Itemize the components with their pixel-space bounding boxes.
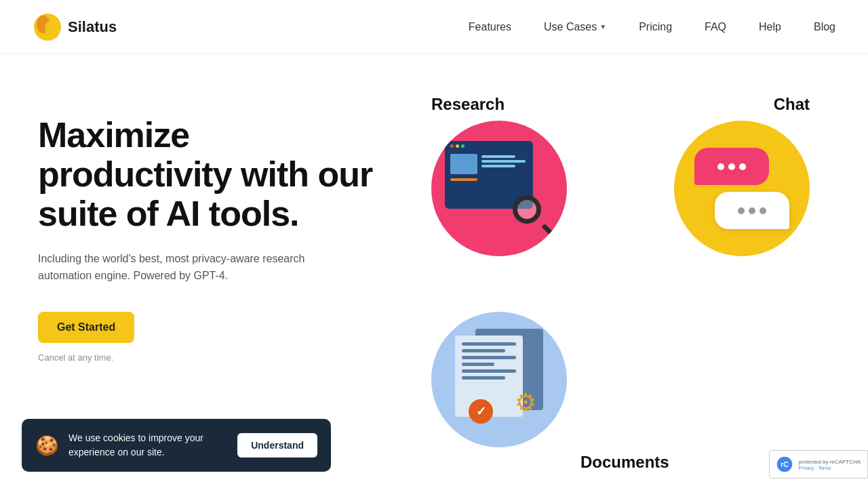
- doc-line-3: [462, 356, 516, 359]
- bubble-dot-gray-2: [749, 207, 755, 214]
- chat-illustration: [674, 121, 810, 256]
- magnifier-handle: [541, 224, 553, 236]
- hero-left: Maximize productivity with our suite of …: [38, 95, 391, 363]
- understand-button[interactable]: Understand: [237, 433, 317, 458]
- chat-bubble-white: [715, 192, 789, 229]
- dot-red: [450, 144, 454, 148]
- cookie-icon: 🍪: [35, 434, 59, 457]
- research-inner: [445, 141, 553, 236]
- doc-line-6: [462, 376, 505, 380]
- documents-section: ⚙ ✓ Documents: [431, 312, 567, 447]
- research-section: Research: [431, 95, 567, 256]
- nav-item-blog[interactable]: Blog: [814, 21, 835, 33]
- browser-line-orange: [450, 178, 477, 181]
- dot-yellow: [456, 144, 459, 148]
- get-started-button[interactable]: Get Started: [38, 312, 134, 343]
- doc-line-1: [462, 342, 516, 346]
- recaptcha-icon: rC: [776, 456, 793, 472]
- hero-right: Research: [391, 95, 830, 488]
- chevron-down-icon: ▼: [599, 23, 606, 30]
- doc-line-2: [462, 349, 505, 352]
- recaptcha-links[interactable]: Privacy - Terms: [798, 466, 861, 470]
- chat-bubbles: [694, 148, 789, 229]
- research-label: Research: [431, 95, 567, 114]
- nav-link-features[interactable]: Features: [469, 21, 511, 33]
- nav-item-faq[interactable]: FAQ: [705, 21, 726, 33]
- browser-line-1: [481, 155, 515, 158]
- bubble-dot-1: [717, 163, 724, 170]
- bubble-dot-gray-3: [760, 207, 766, 214]
- nav-link-use-cases[interactable]: Use Cases ▼: [544, 21, 606, 33]
- browser-dots: [445, 141, 533, 151]
- research-illustration: [431, 121, 567, 256]
- nav-link-faq[interactable]: FAQ: [705, 21, 726, 33]
- doc-line-5: [462, 369, 516, 373]
- logo[interactable]: Silatus: [33, 12, 117, 42]
- browser-line-3: [481, 165, 515, 167]
- navbar: Silatus Features Use Cases ▼ Pricing FAQ…: [0, 0, 868, 54]
- recaptcha-badge: rC protected by reCAPTCHA Privacy - Term…: [769, 450, 868, 479]
- magnifier-icon: [513, 195, 553, 236]
- logo-text: Silatus: [68, 18, 117, 36]
- svg-text:rC: rC: [781, 460, 789, 468]
- documents-label: Documents: [580, 453, 669, 472]
- documents-illustration: ⚙ ✓: [431, 312, 567, 447]
- svg-point-2: [45, 20, 58, 37]
- recaptcha-text: protected by reCAPTCHA Privacy - Terms: [798, 458, 861, 470]
- browser-line-2: [481, 160, 526, 163]
- cancel-note: Cancel at any time.: [38, 352, 113, 363]
- bubble-dot-gray-1: [738, 207, 745, 214]
- nav-item-features[interactable]: Features: [469, 21, 511, 33]
- nav-link-blog[interactable]: Blog: [814, 21, 835, 33]
- doc-line-4: [462, 363, 494, 366]
- checkmark-icon: ✓: [469, 399, 493, 424]
- gear-big-icon: ⚙: [515, 388, 536, 417]
- recaptcha-line1: protected by reCAPTCHA: [798, 458, 861, 466]
- logo-icon: [33, 12, 62, 42]
- chat-label: Chat: [674, 95, 810, 114]
- chat-bubble-pink: [694, 148, 769, 185]
- nav-links: Features Use Cases ▼ Pricing FAQ Help Bl…: [469, 21, 835, 33]
- browser-content: [445, 151, 533, 184]
- nav-item-use-cases[interactable]: Use Cases ▼: [544, 21, 606, 33]
- browser-lines: [481, 154, 528, 167]
- hero-title: Maximize productivity with our suite of …: [38, 115, 391, 234]
- dot-green: [461, 144, 465, 148]
- nav-link-pricing[interactable]: Pricing: [639, 21, 672, 33]
- documents-inner: ⚙ ✓: [455, 329, 543, 430]
- cookie-banner: 🍪 We use cookies to improve your experie…: [22, 419, 331, 472]
- chat-section: Chat: [674, 95, 810, 256]
- bubble-dot-2: [728, 163, 735, 170]
- bubble-dot-3: [739, 163, 746, 170]
- browser-image-block: [450, 154, 477, 174]
- nav-item-help[interactable]: Help: [759, 21, 781, 33]
- cookie-text: We use cookies to improve your experienc…: [68, 431, 228, 460]
- nav-item-pricing[interactable]: Pricing: [639, 21, 672, 33]
- hero-subtitle: Including the world's best, most privacy…: [38, 250, 309, 285]
- magnifier-circle: [513, 195, 541, 224]
- nav-link-help[interactable]: Help: [759, 21, 781, 33]
